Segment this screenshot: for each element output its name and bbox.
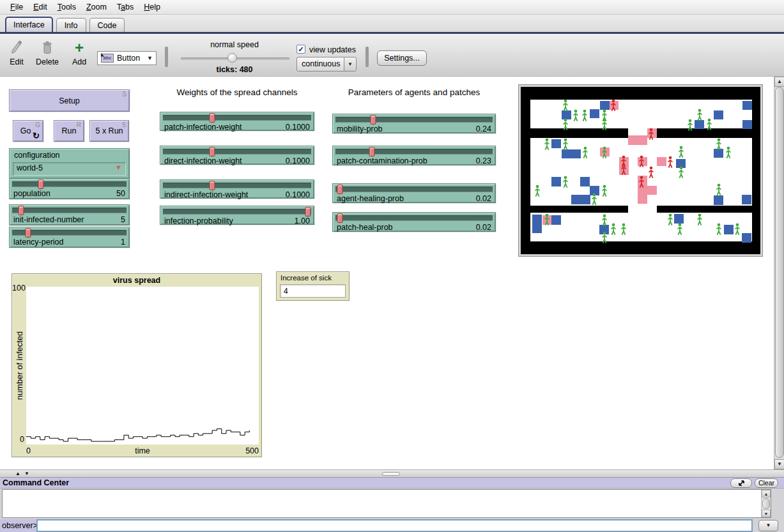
setup-button[interactable]: Setup S [9, 89, 130, 112]
edit-tool-button[interactable]: Edit [4, 40, 29, 66]
scrollbar-thumb[interactable] [762, 498, 770, 509]
slider-track[interactable] [12, 181, 127, 187]
infected-agent [620, 163, 627, 176]
scrollbar-thumb[interactable] [775, 87, 784, 458]
menu-tools[interactable]: Tools [52, 1, 81, 13]
menu-help[interactable]: Help [139, 1, 165, 13]
prompt-context-dropdown[interactable]: ▼ [758, 520, 778, 531]
healthy-agent [696, 109, 703, 121]
slider-init-infected-number[interactable]: init-infected-number5 [9, 204, 130, 225]
slider-indirect-infection-weight[interactable]: indirect-infection-weight0.1000 [160, 179, 314, 199]
plot-title: virus spread [12, 276, 261, 285]
slider-track[interactable] [163, 209, 311, 215]
slider-infection-probability[interactable]: infection-probability1.00 [160, 206, 314, 225]
menu-file[interactable]: File [5, 1, 28, 13]
furniture-block [742, 233, 751, 242]
update-mode-dropdown[interactable]: continuous ▼ [296, 57, 357, 72]
slider-value: 50 [116, 189, 125, 198]
slider-thumb[interactable] [209, 181, 215, 190]
healthy-agent [544, 138, 550, 150]
scroll-up-arrow[interactable]: ▲ [774, 77, 784, 87]
slider-thumb[interactable] [19, 206, 24, 215]
speed-slider-thumb[interactable] [227, 53, 237, 63]
slider-thumb[interactable] [337, 213, 343, 223]
slider-thumb[interactable] [38, 179, 43, 189]
slider-label: latency-period [13, 238, 64, 247]
tab-info[interactable]: Info [56, 18, 86, 32]
run-5x-button[interactable]: 5 x Run 5 [89, 120, 129, 142]
slider-direct-infection-weight[interactable]: direct-infection-weight0.1000 [160, 146, 314, 165]
slider-track[interactable] [335, 117, 493, 123]
collapse-down-icon[interactable]: ▼ [24, 471, 29, 476]
slider-value: 0.02 [476, 223, 491, 232]
delete-tool-button[interactable]: Delete [32, 40, 63, 66]
y-axis-title: number of infected [15, 293, 24, 439]
view-updates-checkbox[interactable]: ✓ [296, 45, 305, 54]
slider-patch-contamination-prob[interactable]: patch-contamination-prob0.23 [332, 146, 496, 165]
menu-edit[interactable]: Edit [28, 1, 52, 13]
go-button[interactable]: Go G ↻ [13, 120, 43, 142]
slider-thumb[interactable] [337, 185, 343, 194]
healthy-agent [677, 224, 683, 236]
slider-label: direct-infection-weight [164, 156, 242, 165]
splitter-arrows[interactable]: ▲▼ [15, 471, 33, 476]
tab-code[interactable]: Code [89, 18, 125, 32]
slider-patch-heal-prob[interactable]: patch-heal-prob0.02 [332, 212, 496, 232]
add-widget-button[interactable]: + Add [66, 40, 92, 66]
slider-track[interactable] [335, 186, 493, 192]
slider-mobility-prob[interactable]: mobility-prob0.24 [332, 114, 496, 133]
furniture-block [551, 177, 561, 186]
slider-thumb[interactable] [371, 115, 376, 125]
configuration-chooser[interactable]: configuration world-5 ▼ [9, 148, 130, 179]
toolbar-divider [365, 47, 369, 67]
furniture-block [674, 214, 684, 223]
slider-thumb[interactable] [209, 113, 215, 123]
main-vertical-scrollbar[interactable]: ▲ ▼ [774, 77, 784, 469]
widget-type-label: Button [117, 54, 140, 63]
setup-button-label: Setup [10, 96, 129, 105]
tab-interface[interactable]: Interface [5, 17, 53, 32]
expand-command-center-button[interactable] [730, 478, 752, 488]
slider-track[interactable] [12, 208, 127, 213]
slider-track[interactable] [12, 230, 127, 236]
slider-track[interactable] [163, 149, 311, 155]
slider-patch-infection-weight[interactable]: patch-infection-weight0.1000 [160, 112, 314, 131]
slider-thumb[interactable] [305, 207, 311, 217]
healthy-agent [601, 147, 608, 159]
command-input[interactable] [36, 519, 753, 532]
clear-button[interactable]: Clear [755, 478, 778, 488]
menu-tabs[interactable]: Tabs [112, 1, 139, 13]
slider-thumb[interactable] [26, 228, 31, 238]
menu-zoom[interactable]: Zoom [81, 1, 112, 13]
command-center-output[interactable]: ▲ ▼ [2, 489, 771, 518]
world-view[interactable] [519, 85, 762, 256]
scroll-down-arrow[interactable]: ▼ [762, 510, 771, 517]
scroll-down-arrow[interactable]: ▼ [774, 459, 784, 469]
output-scrollbar[interactable]: ▲ ▼ [761, 490, 771, 517]
scroll-up-arrow[interactable]: ▲ [762, 490, 771, 498]
command-center: Command Center Clear ▲ ▼ observer> ▼ [0, 478, 784, 532]
slider-thumb[interactable] [209, 147, 215, 156]
chooser-value-field[interactable]: world-5 ▼ [13, 162, 126, 176]
slider-track[interactable] [163, 115, 311, 121]
splitter-grip[interactable] [382, 472, 400, 476]
slider-value: 0.1000 [286, 123, 310, 132]
command-center-splitter[interactable]: ▲▼ [0, 469, 784, 478]
slider-agent-healing-prob[interactable]: agent-healing-prob0.02 [332, 183, 496, 203]
slider-label: patch-contamination-prob [337, 156, 427, 165]
collapse-up-icon[interactable]: ▲ [15, 471, 20, 476]
furniture-block [742, 195, 751, 204]
slider-track[interactable] [163, 183, 311, 188]
tab-list: InterfaceInfoCode [5, 17, 125, 32]
slider-track[interactable] [335, 149, 493, 155]
healthy-agent [706, 118, 712, 130]
widget-type-dropdown[interactable]: abc Button ▼ [97, 51, 157, 65]
run-button[interactable]: Run R [54, 120, 84, 142]
slider-population[interactable]: population50 [9, 178, 130, 199]
furniture-block [580, 177, 590, 186]
observer-prompt-label: observer> [0, 519, 36, 532]
slider-track[interactable] [335, 215, 493, 221]
slider-thumb[interactable] [369, 147, 374, 156]
slider-latency-period[interactable]: latency-period1 [9, 227, 130, 248]
settings-button[interactable]: Settings... [377, 50, 427, 66]
